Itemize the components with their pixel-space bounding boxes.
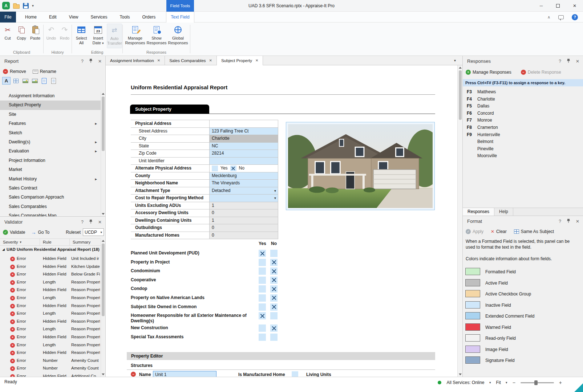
validator-error-row[interactable]: ✕ Error Length Reason Propert bbox=[0, 326, 101, 334]
yes-checkbox[interactable] bbox=[259, 285, 266, 293]
auto-transfer-button[interactable]: ⇄ Auto Transfer bbox=[107, 24, 122, 48]
help-icon[interactable]: ? bbox=[572, 14, 578, 20]
response-entry[interactable]: F6 Concord bbox=[463, 110, 583, 117]
resize-grip[interactable] bbox=[574, 383, 583, 392]
undo-button[interactable]: ↶ Undo bbox=[45, 24, 58, 48]
show-responses-button[interactable]: Show Responses bbox=[146, 24, 167, 48]
validator-error-row[interactable]: ✕ Error Hidden Field Reason Propert bbox=[0, 302, 101, 310]
zoom-slider[interactable] bbox=[521, 382, 554, 383]
column-severity[interactable]: Severity▾ bbox=[0, 239, 40, 245]
no-checkbox[interactable] bbox=[270, 277, 278, 284]
report-section-item[interactable]: Subject Property ▸ bbox=[0, 101, 101, 110]
validator-error-row[interactable]: ✕ Error Hidden Field Reason Propert bbox=[0, 334, 101, 342]
minimize-button[interactable]: ─ bbox=[533, 0, 550, 12]
yes-checkbox[interactable] bbox=[259, 259, 266, 266]
field-value[interactable]: 1 bbox=[209, 202, 278, 209]
image-right-view-icon[interactable] bbox=[31, 77, 39, 85]
no-checkbox[interactable] bbox=[270, 268, 278, 275]
response-entry[interactable]: F8 Cramerton bbox=[463, 124, 583, 131]
validator-error-row[interactable]: ✕ Error Hidden Field Kitchen Update bbox=[0, 263, 101, 271]
no-checkbox[interactable] bbox=[270, 259, 278, 266]
validator-pin-icon[interactable] bbox=[89, 219, 93, 225]
alternate-no-checkbox[interactable] bbox=[230, 166, 236, 171]
menu-item[interactable]: Edit bbox=[43, 12, 63, 23]
paste-button[interactable]: Paste bbox=[28, 24, 42, 48]
field-value[interactable]: The Vineyards▾ bbox=[209, 180, 278, 187]
image-left-view-icon[interactable] bbox=[21, 77, 29, 85]
responses-pin-icon[interactable] bbox=[567, 58, 570, 64]
report-section-item[interactable]: Evaluation ▸ bbox=[0, 147, 101, 156]
format-help-icon[interactable]: ? bbox=[559, 219, 561, 224]
field-value[interactable]: ▾ bbox=[209, 195, 278, 202]
section-tab-subject-property[interactable]: Subject Property bbox=[130, 105, 209, 114]
field-value[interactable]: 1 bbox=[209, 217, 278, 224]
validator-error-row[interactable]: ✕ Error Length Reason Propert bbox=[0, 310, 101, 318]
report-close-icon[interactable]: ✕ bbox=[98, 59, 102, 64]
report-help-icon[interactable]: ? bbox=[81, 59, 84, 64]
no-checkbox[interactable] bbox=[270, 294, 278, 302]
yes-checkbox[interactable] bbox=[259, 312, 266, 319]
scroll-down-icon[interactable] bbox=[102, 213, 105, 215]
validator-error-row[interactable]: ✕ Error Number Amenity Count bbox=[0, 357, 101, 365]
validator-error-row[interactable]: ✕ Error Number Amenity Count bbox=[0, 365, 101, 373]
subject-photo[interactable] bbox=[286, 122, 435, 210]
tab-list-caret-icon[interactable]: ▾ bbox=[454, 58, 462, 62]
close-tab-icon[interactable]: ✕ bbox=[255, 58, 258, 62]
document-tab[interactable]: Subject Property ✕ bbox=[217, 56, 263, 65]
redo-button[interactable]: ↷ Redo bbox=[58, 24, 71, 48]
report-section-item[interactable]: Site ▸ bbox=[0, 110, 101, 119]
scroll-up-icon[interactable] bbox=[102, 240, 105, 242]
field-value[interactable]: Charlotte bbox=[209, 135, 278, 142]
no-checkbox[interactable] bbox=[270, 285, 278, 293]
validator-tree-root[interactable]: ◢ UAD Uniform Residential Appraisal Repo… bbox=[2, 247, 100, 252]
report-section-item[interactable]: Features ▸ bbox=[0, 119, 101, 128]
responses-help-icon[interactable]: ? bbox=[559, 59, 561, 64]
validator-error-row[interactable]: ✕ Error Hidden Field Reason Propert bbox=[0, 318, 101, 326]
scroll-up-icon[interactable] bbox=[459, 67, 462, 69]
cut-button[interactable]: ✂ Cut bbox=[1, 24, 15, 48]
no-checkbox[interactable] bbox=[270, 334, 278, 341]
delete-response-button[interactable]: −Delete Response bbox=[521, 70, 561, 75]
response-entry[interactable]: F7 Monroe bbox=[463, 117, 583, 124]
validator-scrollbar[interactable] bbox=[101, 238, 105, 377]
grid-view-icon[interactable] bbox=[12, 77, 20, 85]
validate-button[interactable]: ✓Validate bbox=[3, 230, 25, 235]
yes-checkbox[interactable] bbox=[259, 324, 266, 332]
report-scroll-thumb[interactable] bbox=[102, 97, 105, 151]
open-file-icon[interactable] bbox=[13, 4, 20, 9]
response-entry[interactable]: F3 Matthews bbox=[463, 89, 583, 96]
validator-error-row[interactable]: ✕ Error Hidden Field Reason Propert bbox=[0, 349, 101, 357]
remove-button[interactable]: −Remove bbox=[3, 69, 26, 74]
rename-button[interactable]: Rename bbox=[33, 69, 56, 74]
yes-checkbox[interactable] bbox=[259, 294, 266, 302]
validator-error-row[interactable]: ✕ Error Length Reason Propert bbox=[0, 279, 101, 287]
close-tab-icon[interactable]: ✕ bbox=[209, 58, 212, 62]
response-entry[interactable]: F4 Charlotte bbox=[463, 96, 583, 103]
document-scroll-thumb[interactable] bbox=[459, 70, 462, 120]
tab-text-field[interactable]: Text Field bbox=[166, 12, 194, 23]
select-all-button[interactable]: Select All bbox=[73, 24, 89, 48]
clipboard-view-icon[interactable] bbox=[49, 77, 58, 85]
scroll-down-icon[interactable] bbox=[102, 373, 105, 375]
response-entry[interactable]: Pineville bbox=[463, 146, 583, 153]
copy-button[interactable]: Copy bbox=[15, 24, 28, 48]
zoom-slider-thumb[interactable] bbox=[534, 380, 538, 385]
validator-help-icon[interactable]: ? bbox=[81, 220, 84, 225]
field-value[interactable]: NC bbox=[209, 143, 278, 150]
responses-close-icon[interactable]: ✕ bbox=[576, 59, 579, 64]
field-value[interactable]: Mecklenburg▾ bbox=[209, 172, 278, 180]
zoom-out-button[interactable]: − bbox=[513, 380, 515, 385]
structure-name-field[interactable]: Unit 1 bbox=[153, 371, 216, 377]
alternate-yes-checkbox[interactable] bbox=[212, 166, 218, 171]
insert-date-button[interactable]: 23 Insert Date ▾ bbox=[90, 24, 106, 48]
global-responses-button[interactable]: Global Responses bbox=[168, 24, 188, 48]
page-view-icon[interactable] bbox=[40, 77, 48, 85]
response-entry[interactable]: F5 Dallas bbox=[463, 103, 583, 110]
remove-structure-icon[interactable]: − bbox=[131, 372, 136, 377]
document-tab[interactable]: Sales Comparables ✕ bbox=[165, 56, 217, 65]
field-value[interactable]: 0 bbox=[209, 209, 278, 217]
comment-icon[interactable] bbox=[558, 15, 564, 19]
menu-item[interactable]: Orders bbox=[136, 12, 162, 23]
validator-close-icon[interactable]: ✕ bbox=[98, 220, 102, 225]
field-value[interactable]: 28214 bbox=[209, 150, 278, 157]
